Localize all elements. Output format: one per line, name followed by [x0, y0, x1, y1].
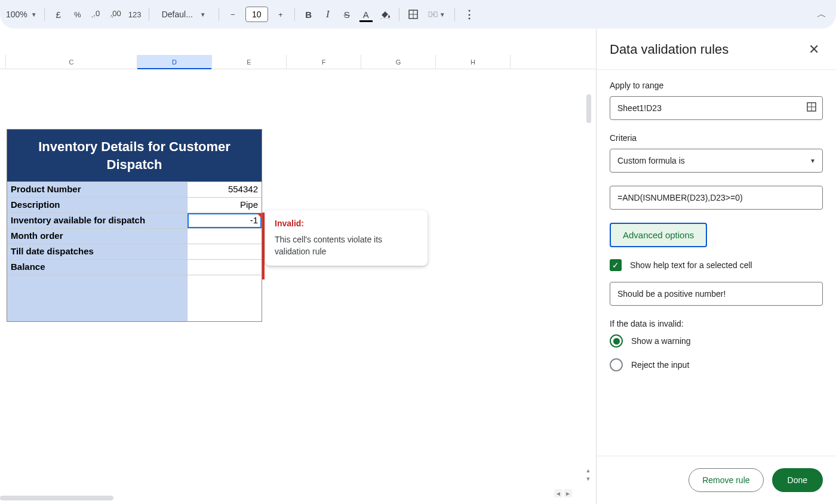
inventory-row-label: Product Number: [7, 182, 188, 197]
toolbar: 100% ▼ £ % .0← .00→ 123 Defaul... ▼ − + …: [0, 0, 836, 29]
row-header-gutter: [0, 55, 6, 69]
spreadsheet-grid[interactable]: CDEFGH Inventory Details for Customer Di…: [0, 29, 596, 504]
collapse-toolbar-button[interactable]: ︿: [811, 5, 832, 23]
radio-reject-input-row: Reject the input: [610, 358, 823, 371]
validation-tooltip: Invalid: This cell's contents violate it…: [265, 210, 428, 266]
bold-button[interactable]: B: [300, 5, 318, 23]
horizontal-scrollbar[interactable]: [0, 496, 573, 502]
validation-tooltip-title: Invalid:: [275, 219, 418, 228]
vertical-scrollbar[interactable]: ▲ ▼: [585, 64, 591, 483]
caret-down-icon: ▼: [200, 11, 206, 18]
arrow-right-icon[interactable]: ►: [564, 489, 572, 497]
inventory-row-label: Till date dispatches: [7, 244, 188, 259]
inventory-row: Inventory available for dispatch-1: [7, 213, 262, 228]
merge-cells-button[interactable]: ▼: [423, 5, 450, 23]
scroll-up-icon[interactable]: ▲: [585, 467, 591, 474]
column-header-d[interactable]: D: [137, 55, 212, 69]
inventory-row: DescriptionPipe: [7, 197, 262, 213]
column-header-g[interactable]: G: [361, 55, 436, 69]
inventory-row-value[interactable]: Pipe: [188, 198, 262, 213]
format-123-button[interactable]: 123: [126, 5, 144, 23]
fontsize-input[interactable]: [245, 7, 268, 22]
column-header-c[interactable]: C: [6, 55, 137, 69]
scrollbar-thumb[interactable]: [586, 94, 591, 123]
close-icon: ✕: [809, 42, 819, 57]
inventory-row: Balance: [7, 259, 262, 275]
data-validation-sidebar: Data validation rules ✕ Apply to range C…: [596, 29, 836, 504]
radio-show-warning[interactable]: [610, 334, 623, 348]
separator: [454, 8, 455, 21]
decrease-decimal-button[interactable]: .0←: [88, 5, 106, 23]
inventory-title: Inventory Details for Customer Dispatch: [7, 130, 262, 182]
inventory-row-value[interactable]: 554342: [188, 182, 262, 197]
svg-rect-5: [434, 12, 437, 17]
currency-button[interactable]: £: [50, 5, 67, 23]
sidebar-body: Apply to range Criteria Custom formula i…: [597, 70, 836, 456]
radio-show-warning-row: Show a warning: [610, 334, 823, 348]
sidebar-footer: Remove rule Done: [597, 456, 836, 504]
inventory-row: Till date dispatches: [7, 244, 262, 259]
arrow-left-icon[interactable]: ◄: [554, 489, 563, 497]
chevron-up-icon: ︿: [817, 8, 826, 21]
caret-down-icon: ▼: [31, 11, 37, 18]
help-text-input[interactable]: [610, 282, 823, 306]
inventory-row-value[interactable]: [188, 260, 262, 275]
inventory-row: Month order: [7, 228, 262, 244]
sidebar-title: Data validation rules: [610, 42, 729, 57]
validation-error-marker: [262, 213, 265, 279]
fill-color-button[interactable]: [376, 5, 394, 23]
merge-icon: [428, 9, 438, 20]
inventory-row-value[interactable]: [188, 244, 262, 259]
inventory-row: Product Number554342: [7, 182, 262, 197]
percent-button[interactable]: %: [69, 5, 87, 23]
paint-bucket-icon: [380, 9, 391, 20]
done-button[interactable]: Done: [772, 468, 823, 492]
criteria-label: Criteria: [610, 133, 823, 143]
separator: [294, 8, 295, 21]
inventory-row-label: Inventory available for dispatch: [7, 213, 188, 228]
decrease-fontsize-button[interactable]: −: [224, 5, 242, 23]
apply-range-label: Apply to range: [610, 81, 823, 90]
validation-tooltip-body: This cell's contents violate its validat…: [275, 234, 418, 257]
advanced-options-button[interactable]: Advanced options: [610, 223, 707, 247]
column-headers: CDEFGH: [0, 55, 596, 69]
close-button[interactable]: ✕: [805, 41, 823, 59]
help-text-checkbox-row: ✓ Show help text for a selected cell: [610, 259, 823, 271]
inventory-table: Inventory Details for Customer Dispatch …: [7, 129, 262, 322]
radio-reject-input[interactable]: [610, 358, 623, 371]
formula-input[interactable]: [610, 186, 823, 210]
criteria-dropdown[interactable]: Custom formula is: [610, 149, 823, 173]
inventory-row-value[interactable]: [188, 229, 262, 244]
help-text-checkbox-label: Show help text for a selected cell: [630, 260, 752, 270]
more-button[interactable]: ⋮: [460, 5, 478, 23]
increase-fontsize-button[interactable]: +: [272, 5, 290, 23]
column-header-f[interactable]: F: [287, 55, 361, 69]
separator: [399, 8, 399, 21]
select-range-icon[interactable]: [806, 102, 817, 115]
font-dropdown[interactable]: Defaul... ▼: [154, 5, 214, 23]
invalid-data-label: If the data is invalid:: [610, 319, 823, 328]
inventory-row-label: Balance: [7, 260, 188, 275]
separator: [219, 8, 219, 21]
italic-button[interactable]: I: [319, 5, 337, 23]
inventory-row-label: Month order: [7, 229, 188, 244]
column-header-h[interactable]: H: [436, 55, 511, 69]
column-header-e[interactable]: E: [212, 55, 287, 69]
inventory-row-label: Description: [7, 198, 188, 213]
radio-show-warning-label: Show a warning: [631, 336, 691, 346]
svg-rect-4: [429, 12, 432, 17]
scrollbar-thumb[interactable]: [0, 496, 113, 500]
scroll-down-icon[interactable]: ▼: [585, 475, 591, 483]
font-name: Defaul...: [162, 10, 193, 19]
check-icon: ✓: [612, 260, 619, 270]
apply-range-input[interactable]: [610, 96, 823, 120]
strikethrough-button[interactable]: S: [338, 5, 356, 23]
remove-rule-button[interactable]: Remove rule: [689, 468, 763, 492]
zoom-dropdown[interactable]: 100% ▼: [4, 5, 39, 23]
svg-rect-0: [381, 19, 389, 20]
borders-button[interactable]: [404, 5, 422, 23]
help-text-checkbox[interactable]: ✓: [610, 259, 622, 271]
inventory-row-value[interactable]: -1: [188, 213, 262, 228]
increase-decimal-button[interactable]: .00→: [107, 5, 125, 23]
text-color-button[interactable]: A: [357, 5, 375, 23]
